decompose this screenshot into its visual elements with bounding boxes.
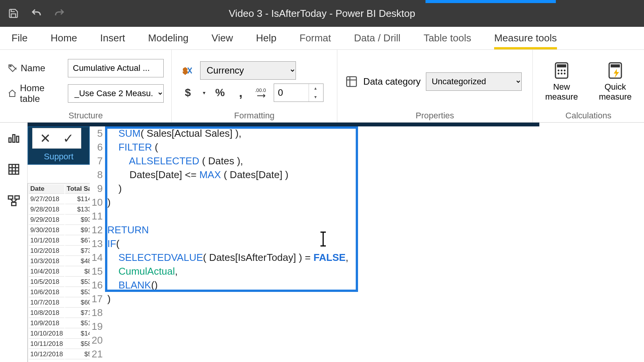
svg-rect-25 bbox=[8, 196, 12, 199]
ribbon: Name Home table _Use Case 2 Measu... Str… bbox=[0, 50, 644, 123]
measure-name-input[interactable] bbox=[68, 59, 164, 77]
code-line[interactable]: Dates[Date] <= MAX ( Dates[Date] ) bbox=[107, 168, 644, 182]
tab-view[interactable]: View bbox=[212, 27, 233, 49]
code-line[interactable]: ) bbox=[107, 195, 644, 209]
line-gutter: 56789101112131415161718192021 bbox=[90, 126, 105, 362]
cell-date: 10/3/2018 bbox=[29, 257, 64, 266]
formula-bar-buttons: ✕ ✓ bbox=[32, 128, 81, 149]
code-line[interactable]: IF( bbox=[107, 237, 644, 251]
title-bar: Video 3 - IsAfterToday - Power BI Deskto… bbox=[0, 0, 644, 27]
home-table-label: Home table bbox=[8, 83, 63, 104]
svg-rect-26 bbox=[15, 196, 19, 199]
canvas: ✕ ✓ Support Date Total Sales 9/27/2018$1… bbox=[28, 123, 644, 362]
tab-modeling[interactable]: Modeling bbox=[148, 27, 189, 49]
cell-date: 9/27/2018 bbox=[29, 195, 64, 204]
canvas-header-strip bbox=[28, 123, 539, 126]
model-view-icon[interactable] bbox=[6, 193, 21, 208]
percent-button[interactable]: % bbox=[212, 84, 228, 101]
cell-date: 10/4/2018 bbox=[29, 267, 64, 277]
code-line[interactable] bbox=[107, 347, 644, 361]
group-structure: Name Home table _Use Case 2 Measu... Str… bbox=[0, 50, 172, 122]
new-measure-label: New measure bbox=[540, 82, 583, 102]
home-table-select[interactable]: _Use Case 2 Measu... bbox=[68, 84, 164, 103]
code-line[interactable]: ) bbox=[107, 182, 644, 195]
spinner-up-icon[interactable]: ▴ bbox=[309, 84, 322, 93]
calculator-icon bbox=[552, 61, 571, 80]
data-view-icon[interactable] bbox=[6, 162, 21, 177]
quick-measure-icon bbox=[606, 61, 624, 80]
data-category-label: Data category bbox=[363, 76, 421, 87]
group-formatting: $ Currency $ ▾ % , .00.0 ▴▾ bbox=[172, 50, 337, 122]
save-icon[interactable] bbox=[8, 8, 19, 19]
decimal-decrease-icon[interactable]: .00.0 bbox=[253, 84, 270, 101]
ribbon-tabs: File Home Insert Modeling View Help Form… bbox=[0, 27, 644, 50]
tag-icon bbox=[8, 63, 18, 73]
tab-file[interactable]: File bbox=[12, 27, 28, 49]
tab-data-drill[interactable]: Data / Drill bbox=[354, 27, 401, 49]
code-line[interactable]: BLANK() bbox=[107, 278, 644, 292]
code-line[interactable]: ALLSELECTED ( Dates ), bbox=[107, 154, 644, 168]
data-category-icon bbox=[345, 75, 358, 88]
group-properties: Data category Uncategorized Properties bbox=[337, 50, 533, 122]
code-area[interactable]: SUM( Sales[Actual Sales] ), FILTER ( ALL… bbox=[105, 126, 644, 362]
code-line[interactable]: CumulActual, bbox=[107, 264, 644, 278]
svg-rect-16 bbox=[611, 64, 620, 67]
tab-format[interactable]: Format bbox=[299, 27, 331, 49]
code-line[interactable]: RETURN bbox=[107, 223, 644, 237]
redo-icon[interactable] bbox=[54, 8, 65, 19]
svg-text:.0: .0 bbox=[262, 87, 266, 93]
spinner-down-icon[interactable]: ▾ bbox=[309, 93, 322, 102]
code-line[interactable]: ) bbox=[107, 292, 644, 306]
formula-editor[interactable]: 56789101112131415161718192021 SUM( Sales… bbox=[90, 126, 644, 362]
code-line[interactable] bbox=[107, 209, 644, 223]
cancel-formula-button[interactable]: ✕ bbox=[39, 131, 52, 146]
cell-date: 10/1/2018 bbox=[29, 236, 64, 246]
support-label: Support bbox=[44, 152, 73, 162]
undo-icon[interactable] bbox=[31, 8, 42, 19]
code-line[interactable] bbox=[107, 333, 644, 347]
decimal-places-input[interactable] bbox=[274, 84, 309, 102]
tab-measure-tools[interactable]: Measure tools bbox=[494, 27, 557, 49]
cell-date: 10/9/2018 bbox=[29, 319, 64, 328]
svg-point-11 bbox=[564, 70, 566, 72]
svg-point-12 bbox=[558, 73, 560, 75]
decimal-places-spinner[interactable]: ▴▾ bbox=[274, 84, 324, 102]
cell-date: 9/30/2018 bbox=[29, 226, 64, 235]
data-category-select[interactable]: Uncategorized bbox=[426, 72, 522, 91]
code-line[interactable] bbox=[107, 306, 644, 319]
code-line[interactable]: FILTER ( bbox=[107, 140, 644, 154]
svg-rect-19 bbox=[16, 136, 19, 143]
quick-measure-button[interactable]: Quick measure bbox=[594, 61, 636, 102]
tab-insert[interactable]: Insert bbox=[100, 27, 125, 49]
svg-rect-4 bbox=[347, 77, 356, 87]
currency-dropdown-icon[interactable]: ▾ bbox=[200, 84, 208, 101]
currency-button[interactable]: $ bbox=[179, 84, 196, 101]
format-select[interactable]: Currency bbox=[200, 61, 296, 80]
code-line[interactable] bbox=[107, 319, 644, 333]
svg-rect-18 bbox=[13, 135, 15, 143]
cell-date: 9/28/2018 bbox=[29, 205, 64, 215]
code-line[interactable]: SELECTEDVALUE( Dates[IsAfterToday] ) = F… bbox=[107, 251, 644, 264]
format-type-icon: $ bbox=[179, 62, 196, 79]
svg-text:$: $ bbox=[183, 66, 187, 75]
group-calculations: New measure Quick measure Calculations bbox=[533, 50, 644, 122]
window-title: Video 3 - IsAfterToday - Power BI Deskto… bbox=[229, 8, 416, 20]
cell-date: 10/11/2018 bbox=[29, 339, 64, 349]
cell-date: 10/2/2018 bbox=[29, 246, 64, 256]
tab-home[interactable]: Home bbox=[51, 27, 77, 49]
home-icon bbox=[8, 88, 17, 98]
quick-measure-label: Quick measure bbox=[594, 82, 636, 102]
svg-point-0 bbox=[10, 65, 11, 66]
tab-help[interactable]: Help bbox=[256, 27, 276, 49]
commit-formula-button[interactable]: ✓ bbox=[62, 131, 75, 146]
name-label: Name bbox=[8, 63, 63, 74]
cell-date: 10/12/2018 bbox=[29, 350, 64, 359]
code-line[interactable]: SUM( Sales[Actual Sales] ), bbox=[107, 126, 644, 140]
svg-point-14 bbox=[564, 73, 566, 75]
tab-table-tools[interactable]: Table tools bbox=[424, 27, 471, 49]
cell-date: 9/29/2018 bbox=[29, 215, 64, 225]
new-measure-button[interactable]: New measure bbox=[540, 61, 583, 102]
thousands-separator-button[interactable]: , bbox=[232, 84, 249, 101]
col-date[interactable]: Date bbox=[29, 184, 64, 194]
report-view-icon[interactable] bbox=[6, 130, 21, 146]
